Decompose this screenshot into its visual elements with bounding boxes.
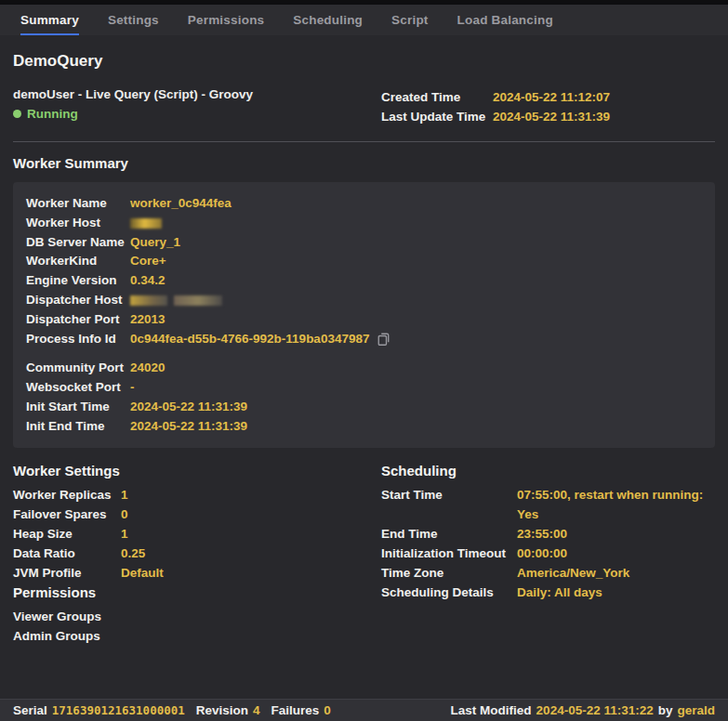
field-label: Process Info Id: [26, 330, 130, 349]
last-modified-label: Last Modified: [451, 703, 532, 717]
status-dot-icon: [13, 110, 21, 118]
query-info-row: demoUser - Live Query (Script) - Groovy …: [13, 87, 715, 126]
field-label: Scheduling Details: [381, 583, 517, 602]
tab-script[interactable]: Script: [391, 5, 428, 35]
query-info-right: Created Time 2024-05-22 11:12:07 Last Up…: [381, 87, 715, 126]
field-value: 23:55:00: [517, 524, 567, 544]
redacted-value: [130, 291, 222, 310]
field-group-gap: [26, 348, 702, 359]
tab-summary[interactable]: Summary: [20, 5, 79, 35]
field-label: Initialization Timeout: [381, 544, 517, 563]
field-label: JVM Profile: [13, 563, 121, 583]
field-label: Worker Replicas: [13, 485, 121, 505]
field-label: Engine Version: [26, 271, 130, 291]
redacted-block: [174, 295, 222, 306]
redacted-value: [130, 214, 162, 233]
field-row-viewer-groups: Viewer Groups: [13, 607, 381, 626]
tab-scheduling[interactable]: Scheduling: [293, 5, 363, 35]
field-label: Init End Time: [26, 417, 130, 437]
failures-label: Failures: [271, 703, 320, 717]
field-row-process-info-id: Process Info Id 0c944fea-d55b-4766-992b-…: [26, 330, 702, 349]
field-label: DB Server Name: [26, 233, 130, 253]
field-label: Time Zone: [381, 563, 517, 583]
field-row-dispatcher-port: Dispatcher Port 22013: [26, 310, 702, 330]
field-row-workerkind: WorkerKind Core+: [26, 252, 702, 271]
field-value: America/New_York: [517, 563, 629, 583]
field-label: Failover Spares: [13, 505, 121, 524]
field-value: 2024-05-22 11:31:39: [130, 417, 247, 437]
field-row-init-end-time: Init End Time 2024-05-22 11:31:39: [26, 417, 702, 437]
status-bar-left: Serial 1716390121631000001 Revision 4 Fa…: [13, 703, 331, 717]
field-label: Community Port: [26, 359, 130, 378]
field-label: Websocket Port: [26, 378, 130, 398]
last-update-label: Last Update Time: [381, 107, 493, 126]
tab-permissions[interactable]: Permissions: [188, 5, 265, 35]
tab-bar: Summary Settings Permissions Scheduling …: [0, 5, 728, 35]
field-row-initialization-timeout: Initialization Timeout 00:00:00: [381, 544, 715, 563]
field-label: Worker Host: [26, 214, 130, 233]
last-update-value: 2024-05-22 11:31:39: [493, 107, 610, 126]
field-label: End Time: [381, 524, 517, 544]
field-row-time-zone: Time Zone America/New_York: [381, 563, 715, 583]
field-value: 00:00:00: [517, 544, 567, 563]
scheduling-heading: Scheduling: [381, 463, 715, 478]
query-info-left: demoUser - Live Query (Script) - Groovy …: [13, 87, 381, 126]
modified-by-user: gerald: [677, 703, 715, 717]
permissions-heading: Permissions: [13, 584, 381, 600]
summary-page: DemoQuery demoUser - Live Query (Script)…: [0, 52, 728, 646]
field-row-failover-spares: Failover Spares 0: [13, 505, 381, 524]
created-time-value: 2024-05-22 11:12:07: [493, 87, 610, 107]
field-row-admin-groups: Admin Groups: [13, 626, 381, 646]
serial-value: 1716390121631000001: [52, 703, 185, 717]
by-label: by: [658, 703, 673, 717]
field-value: 0.34.2: [130, 271, 165, 291]
copy-button[interactable]: [377, 331, 390, 347]
serial-label: Serial: [13, 703, 47, 717]
permissions-rows: Viewer Groups Admin Groups: [13, 607, 381, 646]
field-value: Default: [121, 563, 164, 583]
field-value: worker_0c944fea: [130, 194, 232, 214]
field-value: 2024-05-22 11:31:39: [130, 398, 247, 417]
field-row-worker-name: Worker Name worker_0c944fea: [26, 194, 702, 214]
revision-label: Revision: [196, 703, 248, 717]
field-value: Query_1: [130, 233, 180, 253]
field-value: 07:55:00, restart when running: Yes: [517, 485, 715, 524]
field-label: Viewer Groups: [13, 607, 121, 626]
field-row-worker-replicas: Worker Replicas 1: [13, 485, 381, 505]
field-row-dispatcher-host: Dispatcher Host: [26, 291, 702, 310]
field-row-init-start-time: Init Start Time 2024-05-22 11:31:39: [26, 398, 702, 417]
tab-load-balancing[interactable]: Load Balancing: [457, 5, 553, 35]
field-value: 22013: [130, 310, 165, 330]
field-value: 0.25: [121, 544, 145, 563]
status-badge: Running: [13, 107, 381, 121]
field-row-jvm-profile: JVM Profile Default: [13, 563, 381, 583]
field-label: Data Ratio: [13, 544, 121, 563]
tab-settings[interactable]: Settings: [108, 5, 159, 35]
redacted-block: [130, 218, 162, 229]
field-value: 1: [121, 524, 128, 544]
field-row-db-server-name: DB Server Name Query_1: [26, 233, 702, 253]
field-value: 24020: [130, 359, 165, 378]
field-label: WorkerKind: [26, 252, 130, 271]
field-value: -: [130, 378, 135, 398]
field-row-heap-size: Heap Size 1: [13, 524, 381, 544]
field-label: Dispatcher Port: [26, 310, 130, 330]
worker-settings-heading: Worker Settings: [13, 463, 381, 478]
query-subtitle: demoUser - Live Query (Script) - Groovy: [13, 87, 381, 101]
copy-icon: [377, 331, 390, 347]
failures-value: 0: [324, 703, 331, 717]
field-label: Heap Size: [13, 524, 121, 544]
worker-settings-rows: Worker Replicas 1 Failover Spares 0 Heap…: [13, 485, 381, 583]
field-value: 1: [121, 485, 128, 505]
field-label: Dispatcher Host: [26, 291, 130, 310]
last-update-row: Last Update Time 2024-05-22 11:31:39: [381, 107, 715, 126]
field-row-data-ratio: Data Ratio 0.25: [13, 544, 381, 563]
field-row-engine-version: Engine Version 0.34.2: [26, 271, 702, 291]
revision-value: 4: [253, 703, 260, 717]
status-bar: Serial 1716390121631000001 Revision 4 Fa…: [0, 699, 728, 721]
field-label: Start Time: [381, 485, 517, 524]
worker-summary-heading: Worker Summary: [13, 155, 715, 171]
redacted-block: [130, 295, 167, 306]
field-row-websocket-port: Websocket Port -: [26, 378, 702, 398]
section-divider: [13, 141, 715, 142]
